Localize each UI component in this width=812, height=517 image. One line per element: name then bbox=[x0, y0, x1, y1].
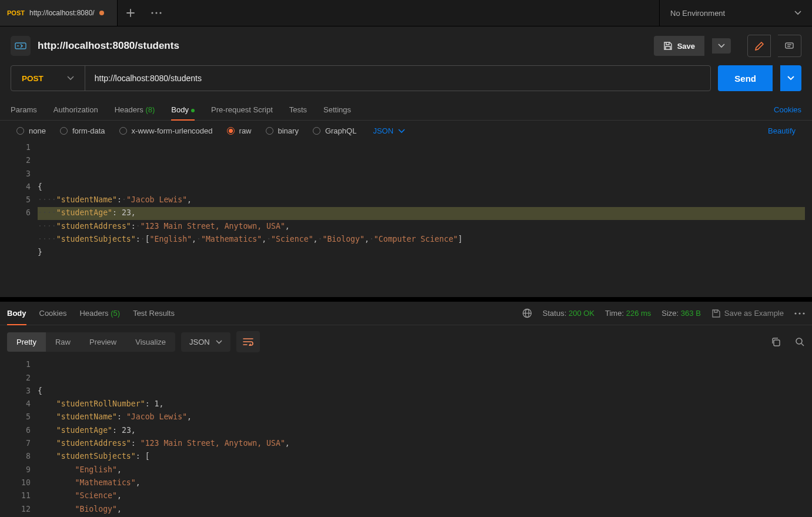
svg-rect-3 bbox=[15, 43, 26, 49]
view-preview[interactable]: Preview bbox=[80, 332, 126, 352]
body-type-xwww[interactable]: x-www-form-urlencoded bbox=[119, 126, 213, 135]
view-pretty[interactable]: Pretty bbox=[7, 332, 46, 352]
response-view-row: Pretty Raw Preview Visualize JSON bbox=[0, 325, 812, 358]
radio-icon bbox=[16, 127, 24, 135]
svg-point-9 bbox=[803, 312, 804, 314]
svg-point-11 bbox=[796, 338, 802, 344]
raw-format-selector[interactable]: JSON bbox=[373, 126, 405, 135]
body-type-binary[interactable]: binary bbox=[266, 126, 299, 135]
radio-icon bbox=[60, 127, 68, 135]
svg-point-1 bbox=[155, 12, 157, 14]
response-body-viewer[interactable]: 12345678910111213 { "studentRollNumber":… bbox=[0, 358, 812, 517]
resp-tab-headers[interactable]: Headers (5) bbox=[79, 302, 120, 325]
tab-body[interactable]: Body bbox=[171, 99, 195, 120]
environment-label: No Environment bbox=[670, 9, 725, 18]
environment-picker[interactable]: No Environment bbox=[659, 0, 812, 26]
response-toolbar-icons bbox=[771, 337, 805, 347]
request-tabs: Params Authorization Headers (8) Body Pr… bbox=[0, 99, 812, 121]
save-label: Save bbox=[677, 42, 695, 51]
cookies-link[interactable]: Cookies bbox=[774, 99, 801, 120]
save-icon bbox=[663, 41, 673, 51]
body-type-none[interactable]: none bbox=[16, 126, 46, 135]
edit-button[interactable] bbox=[747, 35, 771, 57]
unsaved-dot-icon bbox=[99, 11, 104, 15]
send-button[interactable]: Send bbox=[718, 65, 773, 91]
body-type-row: none form-data x-www-form-urlencoded raw… bbox=[0, 121, 812, 141]
view-raw[interactable]: Raw bbox=[46, 332, 80, 352]
http-icon bbox=[11, 36, 31, 56]
request-body-editor[interactable]: 123456 {····"studentName":·"Jacob Lewis"… bbox=[0, 141, 812, 292]
send-dropdown-button[interactable] bbox=[780, 65, 801, 91]
svg-point-2 bbox=[159, 12, 161, 14]
network-icon[interactable] bbox=[522, 308, 532, 318]
svg-point-0 bbox=[151, 12, 153, 14]
tab-authorization[interactable]: Authorization bbox=[54, 99, 98, 120]
save-as-example-button[interactable]: Save as Example bbox=[711, 309, 784, 318]
chevron-down-icon bbox=[398, 129, 405, 134]
save-dropdown-button[interactable] bbox=[712, 38, 731, 54]
chevron-down-icon bbox=[67, 76, 74, 81]
copy-icon[interactable] bbox=[771, 337, 781, 347]
tab-title: http://localhost:8080/ bbox=[29, 9, 95, 17]
tab-prerequest-script[interactable]: Pre-request Script bbox=[211, 99, 273, 120]
code-area[interactable]: {····"studentName":·"Jacob Lewis",····"s… bbox=[38, 141, 812, 285]
method-label: POST bbox=[22, 74, 44, 83]
tab-method-label: POST bbox=[7, 9, 25, 16]
resp-tab-body[interactable]: Body bbox=[7, 302, 26, 325]
comment-button[interactable] bbox=[778, 35, 801, 57]
svg-point-8 bbox=[798, 312, 800, 314]
svg-point-7 bbox=[794, 312, 796, 314]
search-icon[interactable] bbox=[795, 337, 805, 347]
line-wrap-button[interactable] bbox=[236, 331, 260, 352]
request-title-row: http://localhost:8080/students Save bbox=[0, 26, 812, 65]
tab-headers[interactable]: Headers (8) bbox=[115, 99, 155, 120]
resp-tab-cookies[interactable]: Cookies bbox=[39, 302, 67, 325]
new-tab-button[interactable] bbox=[118, 8, 143, 18]
tab-tests[interactable]: Tests bbox=[289, 99, 307, 120]
body-type-graphql[interactable]: GraphQL bbox=[313, 126, 356, 135]
svg-rect-10 bbox=[774, 340, 780, 346]
save-button[interactable]: Save bbox=[654, 36, 704, 56]
pane-divider[interactable] bbox=[0, 297, 812, 302]
more-icon[interactable] bbox=[794, 312, 805, 315]
response-meta: Status: 200 OK Time: 226 ms Size: 363 B … bbox=[522, 308, 805, 318]
url-box: POST bbox=[11, 65, 711, 91]
tab-overflow-button[interactable] bbox=[143, 12, 169, 14]
radio-icon bbox=[313, 127, 320, 135]
radio-icon bbox=[119, 127, 127, 135]
view-visualize[interactable]: Visualize bbox=[126, 332, 175, 352]
tabs-bar: POST http://localhost:8080/ No Environme… bbox=[0, 0, 812, 26]
response-format-selector[interactable]: JSON bbox=[181, 332, 230, 352]
radio-icon bbox=[266, 127, 273, 135]
line-gutter: 12345678910111213 bbox=[0, 358, 38, 517]
chevron-down-icon bbox=[794, 11, 801, 15]
url-input[interactable] bbox=[85, 66, 711, 91]
line-gutter: 123456 bbox=[0, 141, 38, 285]
url-row: POST Send bbox=[0, 65, 812, 99]
body-type-raw[interactable]: raw bbox=[227, 126, 252, 135]
request-tab[interactable]: POST http://localhost:8080/ bbox=[0, 0, 118, 26]
beautify-button[interactable]: Beautify bbox=[768, 126, 796, 135]
body-type-form-data[interactable]: form-data bbox=[60, 126, 105, 135]
code-area[interactable]: { "studentRollNumber": 1, "studentName":… bbox=[38, 358, 812, 517]
view-mode-segment: Pretty Raw Preview Visualize bbox=[7, 332, 175, 352]
radio-icon bbox=[227, 127, 235, 135]
response-tabs: Body Cookies Headers (5) Test Results St… bbox=[0, 302, 812, 325]
request-title: http://localhost:8080/students bbox=[38, 40, 179, 52]
tab-params[interactable]: Params bbox=[11, 99, 37, 120]
chevron-down-icon bbox=[216, 340, 222, 344]
svg-rect-4 bbox=[786, 43, 793, 48]
tab-settings[interactable]: Settings bbox=[323, 99, 351, 120]
resp-tab-test-results[interactable]: Test Results bbox=[133, 302, 175, 325]
modified-dot-icon bbox=[191, 109, 195, 112]
method-selector[interactable]: POST bbox=[11, 66, 85, 91]
